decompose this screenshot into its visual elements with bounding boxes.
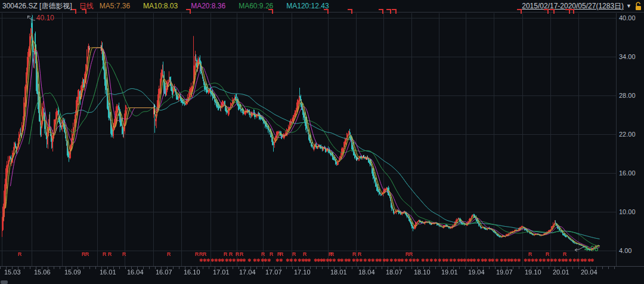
announcement-marker: ✱ <box>542 258 546 263</box>
event-flag-icon <box>517 9 522 14</box>
x-axis-label: 15.06 <box>34 268 51 276</box>
announcement-marker: ✱ <box>438 258 442 263</box>
ma-legend-item: MA10:8.03 <box>143 2 178 10</box>
announcement-marker: ✱ <box>289 258 293 263</box>
y-axis-label: 28.00 <box>619 92 636 99</box>
announcement-marker: ✱ <box>517 258 521 263</box>
announcement-marker: ✱ <box>568 258 572 263</box>
announcement-marker: ✱ <box>332 258 336 263</box>
announcement-marker: ✱ <box>293 258 298 263</box>
announcement-marker: ✱ <box>429 258 434 263</box>
x-axis-label: 17.01 <box>213 268 230 276</box>
announcement-marker: ✱ <box>256 258 261 263</box>
ex-rights-marker: R <box>303 251 307 257</box>
ma-legend-item: MA5:7.36 <box>100 2 130 10</box>
unlock-icon[interactable] <box>634 2 642 11</box>
chevron-down-icon[interactable]: ▼ <box>626 3 631 9</box>
event-flag-icon <box>72 9 76 14</box>
arrow-left-icon <box>573 246 584 252</box>
announcement-marker: ✱ <box>242 258 246 263</box>
ex-rights-marker: R <box>292 251 296 257</box>
ex-rights-marker: R <box>108 251 112 257</box>
x-axis-label: 19.04 <box>468 268 485 276</box>
announcement-marker: ✱ <box>359 258 363 263</box>
ex-rights-marker: R <box>85 251 89 257</box>
announcement-marker: ✱ <box>453 258 457 263</box>
x-axis-label: 16.07 <box>156 268 172 276</box>
y-axis-label: 4.00 <box>619 247 631 254</box>
ex-rights-marker: R <box>240 251 244 257</box>
ex-rights-marker: R <box>18 251 22 257</box>
announcement-marker: ✱ <box>206 258 210 263</box>
event-flag-icon <box>186 9 191 14</box>
ma-legend: MA5:7.36MA10:8.03MA20:8.36MA60:9.26MA120… <box>100 2 329 10</box>
announcement-marker: ✱ <box>421 258 425 263</box>
event-flag-icon <box>392 9 397 14</box>
announcement-marker: ✱ <box>476 258 481 263</box>
x-axis-label: 16.01 <box>100 268 116 276</box>
ex-rights-marker: R <box>528 251 532 257</box>
event-flag-icon <box>348 9 352 14</box>
x-axis-label: 18.04 <box>358 268 375 276</box>
announcement-marker: ✱ <box>340 258 344 263</box>
ex-rights-marker: R <box>203 251 207 257</box>
ex-rights-marker: R <box>103 251 107 257</box>
y-axis-label: 16.00 <box>619 169 636 177</box>
ex-rights-marker: R <box>236 251 240 257</box>
announcement-marker: ✱ <box>404 258 408 263</box>
announcement-marker: ✱ <box>232 258 236 263</box>
announcement-marker: ✱ <box>347 258 351 263</box>
x-axis-label: 17.04 <box>239 268 256 276</box>
announcement-marker: ✱ <box>445 258 449 263</box>
x-axis-label: 16.10 <box>184 268 200 276</box>
x-axis-label: 18.01 <box>330 268 347 276</box>
ex-rights-marker: R <box>270 251 274 257</box>
x-axis-label: 15.09 <box>64 268 81 276</box>
chart-area: 40.10 4.06 RRRRRRRRRRRRRRRRRRRRRRRRRRRRR… <box>0 13 644 266</box>
low-price-label: 4.06 <box>584 245 598 253</box>
y-axis-separator <box>616 13 617 266</box>
y-axis-label: 40.00 <box>619 14 636 21</box>
x-axis-label: 15.03 <box>4 268 21 276</box>
announcement-marker: ✱ <box>279 258 283 263</box>
y-axis-label: 34.00 <box>619 53 636 60</box>
ex-rights-marker: R <box>330 251 335 257</box>
ex-rights-marker: R <box>352 251 357 257</box>
y-axis-label: 22.00 <box>619 131 636 138</box>
ex-rights-marker: R <box>229 251 233 257</box>
x-axis-label: 17.10 <box>294 268 311 276</box>
announcement-marker: ✱ <box>307 258 311 263</box>
announcement-marker: ✱ <box>378 258 382 263</box>
x-axis-label: 19.01 <box>441 268 458 276</box>
x-axis-label: 16.04 <box>127 268 144 276</box>
announcement-marker: ✱ <box>363 258 367 263</box>
ex-rights-marker: R <box>409 251 413 257</box>
high-price-annotation: 40.10 <box>26 14 54 22</box>
x-axis-label: 17.07 <box>265 268 282 276</box>
event-flag-icon <box>544 9 549 14</box>
corner-handle-icon[interactable] <box>1 280 8 284</box>
announcement-marker: ✱ <box>553 258 558 263</box>
date-range-selector[interactable]: 2015/02/17-2020/05/27(1283日) ▼ <box>522 1 631 11</box>
announcement-marker: ✱ <box>484 258 488 263</box>
x-axis-label: 20.01 <box>553 268 569 276</box>
price-chart-canvas[interactable] <box>0 13 616 266</box>
event-flag-icon <box>550 9 555 14</box>
announcement-marker: ✱ <box>583 258 587 263</box>
announcement-marker: ✱ <box>416 258 420 263</box>
announcement-marker: ✱ <box>472 258 476 263</box>
announcement-marker: ✱ <box>564 258 568 263</box>
event-flag-icon <box>324 9 329 14</box>
ex-rights-marker: R <box>546 251 550 257</box>
x-axis-label: 18.10 <box>414 268 431 276</box>
arrow-up-left-icon <box>26 14 36 21</box>
announcement-marker: ✱ <box>247 258 252 263</box>
ex-rights-marker: R <box>280 251 284 257</box>
announcement-marker: ✱ <box>221 258 225 263</box>
x-axis-label: 20.04 <box>581 268 597 276</box>
announcement-marker: ✱ <box>400 258 404 263</box>
x-axis-label: 19.07 <box>496 268 513 276</box>
announcement-marker: ✱ <box>389 258 394 263</box>
announcement-marker: ✱ <box>495 258 499 263</box>
announcement-marker: ✱ <box>434 258 438 263</box>
